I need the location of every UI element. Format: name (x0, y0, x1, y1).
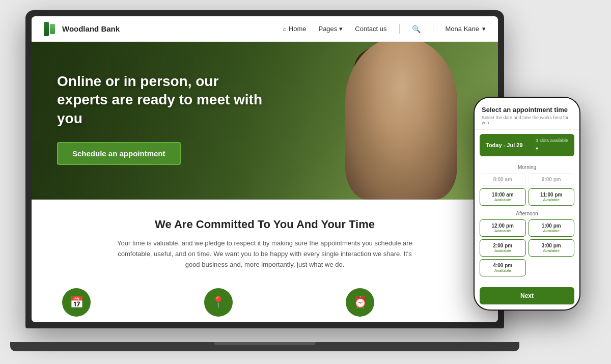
time-text-4pm: 4:00 pm (484, 263, 521, 268)
avail-2pm: Available (484, 248, 521, 253)
time-text-12pm: 12:00 pm (484, 223, 521, 229)
phone-subtitle: Select the date and time the works best … (482, 115, 572, 125)
date-selector[interactable]: Today - Jul 29 3 slots available ▾ (480, 134, 574, 156)
home-icon (283, 25, 287, 33)
logo-bar-right (50, 24, 55, 34)
time-text-2pm: 2:00 pm (484, 243, 521, 248)
commitment-description: Your time is valuable, and we pledge to … (117, 238, 412, 270)
user-menu[interactable]: Mona Kane ▾ (446, 25, 486, 33)
avail-4pm: Available (484, 268, 521, 273)
time-text-11pm: 11:00 pm (533, 192, 570, 198)
time-slot-8am[interactable]: 8:00 am (480, 173, 526, 186)
feature-branches: 📍 Nearby Branches We make it easy to cho… (204, 288, 326, 322)
laptop-base (10, 342, 519, 351)
feature-scheduling: 📅 Stress-Free Scheduling Our online sche… (62, 288, 184, 322)
time-slot-10am[interactable]: 10:00 am Available (480, 188, 526, 206)
navigation: Woodland Bank Home Pages ▾ Contact us (32, 16, 498, 42)
nav-contact[interactable]: Contact us (355, 25, 386, 33)
time-slot-11pm[interactable]: 11:00 pm Available (529, 188, 575, 206)
logo-bar-left (44, 22, 49, 36)
laptop-outer: Woodland Bank Home Pages ▾ Contact us (25, 10, 504, 328)
afternoon-label: Afternoon (475, 211, 579, 216)
reminders-icon: ⏰ (346, 288, 374, 317)
chevron-down-phone-icon: ▾ (536, 146, 538, 151)
feature-reminders-title: Timely Reminders (346, 322, 411, 322)
logo-icon (44, 22, 58, 36)
feature-reminders: ⏰ Timely Reminders Our automated confirm… (346, 288, 467, 322)
content-section: We Are Committed To You And Your Time Yo… (32, 200, 498, 322)
scheduling-icon: 📅 (62, 288, 91, 317)
nav-contact-label: Contact us (355, 25, 386, 33)
nav-home[interactable]: Home (283, 25, 307, 33)
search-icon[interactable]: 🔍 (412, 25, 421, 33)
time-text-10am: 10:00 am (484, 192, 521, 198)
time-slot-12pm[interactable]: 12:00 pm Available (480, 219, 526, 237)
morning-slots: 8:00 am 9:00 pm 10:00 am Available 11:00… (475, 173, 579, 206)
time-slot-9pm[interactable]: 9:00 pm (529, 173, 575, 186)
nav-links: Home Pages ▾ Contact us 🔍 M (283, 24, 486, 34)
laptop-screen: Woodland Bank Home Pages ▾ Contact us (32, 16, 498, 322)
feature-scheduling-title: Stress-Free Scheduling (62, 322, 148, 322)
hero-section: Online or in person, our experts are rea… (32, 42, 498, 200)
time-text-9pm: 9:00 pm (533, 177, 570, 182)
phone-header: Select an appointment time Select the da… (475, 98, 579, 130)
nav-divider-2 (433, 24, 433, 34)
time-slot-3pm[interactable]: 3:00 pm Available (529, 239, 575, 257)
nav-pages[interactable]: Pages ▾ (318, 25, 343, 33)
logo: Woodland Bank (44, 22, 120, 36)
next-button[interactable]: Next (480, 287, 574, 304)
time-slot-1pm[interactable]: 1:00 pm Available (529, 219, 575, 237)
features-grid: 📅 Stress-Free Scheduling Our online sche… (62, 288, 467, 322)
commitment-title: We Are Committed To You And Your Time (62, 218, 467, 231)
date-info: 3 slots available ▾ (536, 138, 568, 152)
nav-home-label: Home (289, 25, 307, 33)
nav-divider (399, 24, 400, 34)
time-text-8am: 8:00 am (484, 177, 521, 182)
time-text-1pm: 1:00 pm (533, 223, 570, 229)
avail-10am: Available (484, 198, 521, 202)
time-text-3pm: 3:00 pm (533, 243, 570, 248)
person-body (345, 42, 457, 200)
scene: Woodland Bank Home Pages ▾ Contact us (0, 0, 611, 364)
morning-label: Morning (475, 164, 579, 170)
hero-content: Online or in person, our experts are rea… (57, 72, 271, 165)
user-name: Mona Kane (446, 25, 480, 33)
phone-body: Today - Jul 29 3 slots available ▾ Morni… (475, 130, 579, 310)
feature-branches-title: Nearby Branches (204, 322, 267, 322)
phone-title: Select an appointment time (482, 106, 572, 114)
hero-title: Online or in person, our experts are rea… (57, 72, 271, 128)
laptop: Woodland Bank Home Pages ▾ Contact us (25, 10, 504, 351)
brand-name: Woodland Bank (62, 24, 120, 33)
avail-1pm: Available (533, 229, 570, 233)
branches-icon: 📍 (204, 288, 233, 317)
phone-screen: Select an appointment time Select the da… (475, 98, 579, 310)
chevron-down-icon-user: ▾ (482, 25, 486, 33)
time-slot-2pm[interactable]: 2:00 pm Available (480, 239, 526, 257)
avail-11pm: Available (533, 198, 570, 202)
avail-3pm: Available (533, 248, 570, 253)
chevron-down-icon: ▾ (339, 25, 343, 33)
hero-people (243, 42, 498, 200)
date-label: Today - Jul 29 (486, 142, 523, 148)
schedule-appointment-button[interactable]: Schedule an appointment (57, 142, 181, 165)
nav-pages-label: Pages (318, 25, 337, 33)
phone: Select an appointment time Select the da… (474, 97, 580, 311)
time-slot-4pm[interactable]: 4:00 pm Available (480, 259, 526, 276)
afternoon-slots: 12:00 pm Available 1:00 pm Available 2:0… (475, 219, 579, 276)
avail-12pm: Available (484, 229, 521, 233)
slots-available: 3 slots available (536, 138, 568, 143)
